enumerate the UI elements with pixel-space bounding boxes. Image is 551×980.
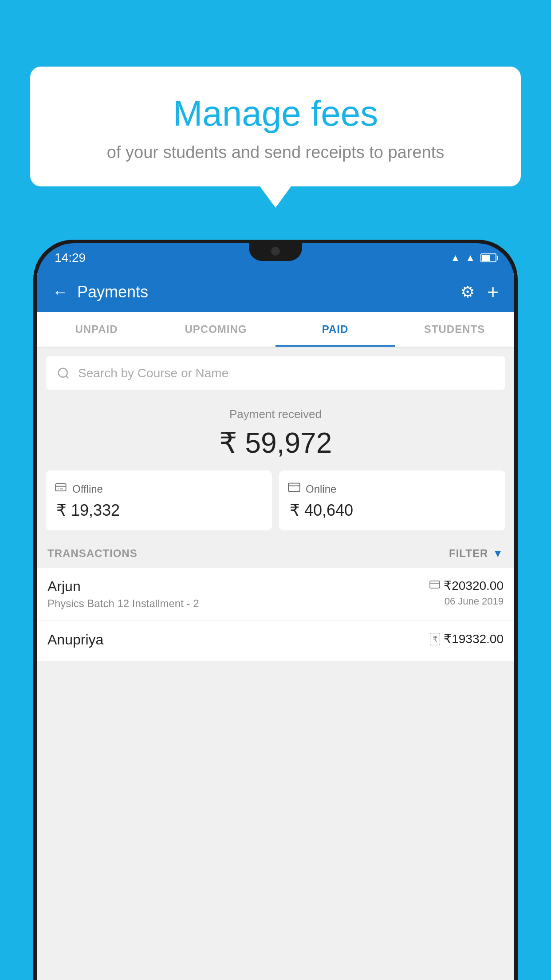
tab-paid[interactable]: PAID <box>276 312 395 347</box>
payment-total-amount: ₹ 59,972 <box>46 427 505 459</box>
signal-icon <box>465 252 475 264</box>
transaction-date: 06 June 2019 <box>429 596 504 607</box>
speech-bubble: Manage fees of your students and send re… <box>30 67 521 186</box>
amount-row: ₹20320.00 <box>429 578 504 593</box>
offline-amount: ₹ 19,332 <box>55 501 263 520</box>
tab-unpaid[interactable]: UNPAID <box>37 312 156 347</box>
battery-fill <box>482 255 490 261</box>
online-card-header: Online <box>288 481 496 497</box>
cash-icon: ₹ <box>430 633 440 645</box>
manage-fees-subtitle: of your students and send receipts to pa… <box>52 143 499 162</box>
phone-inner: 14:29 ← Payments ⚙ + <box>37 243 514 980</box>
search-input[interactable]: Search by Course or Name <box>78 366 228 380</box>
svg-rect-8 <box>430 581 440 588</box>
settings-icon[interactable]: ⚙ <box>460 283 475 301</box>
transaction-left: Arjun Physics Batch 12 Installment - 2 <box>47 578 199 610</box>
phone-frame: 14:29 ← Payments ⚙ + <box>33 240 518 980</box>
battery-icon <box>480 253 496 262</box>
payment-summary: Payment received ₹ 59,972 <box>37 390 514 470</box>
speech-bubble-container: Manage fees of your students and send re… <box>30 67 521 186</box>
add-icon[interactable]: + <box>487 281 499 303</box>
transaction-left: Anupriya <box>47 632 103 651</box>
status-time: 14:29 <box>55 251 86 265</box>
transaction-course: Physics Batch 12 Installment - 2 <box>47 597 199 610</box>
header-right: ⚙ + <box>460 281 499 303</box>
app-header: ← Payments ⚙ + <box>37 272 514 312</box>
transaction-row[interactable]: Arjun Physics Batch 12 Installment - 2 <box>37 568 514 621</box>
filter-icon: ▼ <box>492 547 504 560</box>
payment-received-label: Payment received <box>46 407 505 421</box>
amount-row: ₹ ₹19332.00 <box>430 632 504 646</box>
filter-button[interactable]: FILTER ▼ <box>449 547 504 560</box>
offline-label: Offline <box>72 483 103 495</box>
search-bar[interactable]: Search by Course or Name <box>46 356 505 390</box>
tab-students[interactable]: STUDENTS <box>395 312 514 347</box>
offline-card-header: Offline <box>55 481 263 497</box>
transaction-right: ₹20320.00 06 June 2019 <box>429 578 504 607</box>
search-icon <box>57 367 70 380</box>
main-content: Search by Course or Name Payment receive… <box>37 348 514 980</box>
transaction-row[interactable]: Anupriya ₹ ₹19332.00 <box>37 621 514 662</box>
phone-notch <box>249 243 302 261</box>
transactions-label: TRANSACTIONS <box>47 547 138 560</box>
filter-label: FILTER <box>449 547 488 560</box>
transaction-right: ₹ ₹19332.00 <box>430 632 504 649</box>
manage-fees-title: Manage fees <box>52 93 499 134</box>
wifi-icon <box>450 252 460 264</box>
online-card: Online ₹ 40,640 <box>279 470 505 530</box>
svg-line-1 <box>66 375 68 378</box>
offline-icon <box>55 481 67 497</box>
svg-point-0 <box>59 368 67 377</box>
svg-rect-2 <box>55 484 66 491</box>
offline-card: Offline ₹ 19,332 <box>46 470 272 530</box>
phone-screen: ← Payments ⚙ + UNPAID UPCOMING PAID STUD… <box>37 272 514 980</box>
page-title: Payments <box>77 283 148 301</box>
transaction-name: Anupriya <box>47 632 103 648</box>
payment-type-icon <box>429 579 440 593</box>
online-label: Online <box>306 483 336 495</box>
camera-icon <box>271 247 280 256</box>
transaction-amount: ₹19332.00 <box>444 632 504 646</box>
tab-upcoming[interactable]: UPCOMING <box>156 312 276 347</box>
online-amount: ₹ 40,640 <box>288 501 496 520</box>
tabs-bar: UNPAID UPCOMING PAID STUDENTS <box>37 312 514 348</box>
back-button[interactable]: ← <box>52 283 68 301</box>
payment-cards: Offline ₹ 19,332 Online <box>37 470 514 539</box>
status-icons <box>450 252 496 264</box>
transactions-header: TRANSACTIONS FILTER ▼ <box>37 539 514 568</box>
header-left: ← Payments <box>52 283 148 301</box>
svg-rect-6 <box>288 483 300 492</box>
online-icon <box>288 481 300 497</box>
transaction-name: Arjun <box>47 578 199 595</box>
transaction-amount: ₹20320.00 <box>444 578 504 593</box>
